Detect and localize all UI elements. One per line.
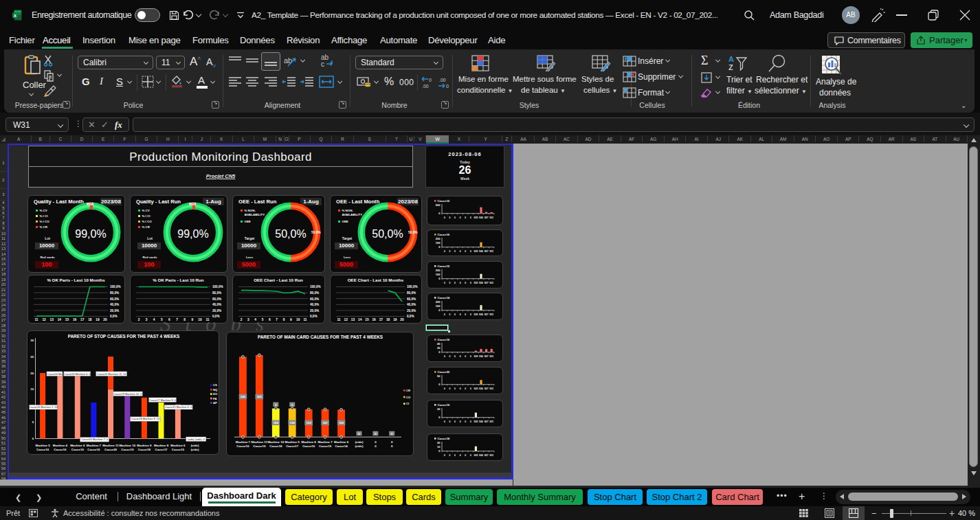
svg-text:80,0%: 80,0% [110, 291, 119, 295]
svg-text:12: 12 [344, 318, 348, 321]
svg-text:OEE Chart - Last 10 Months: OEE Chart - Last 10 Months [348, 278, 404, 282]
svg-text:Cause16: Cause16 [54, 448, 67, 451]
svg-text:S26: S26 [479, 387, 483, 390]
svg-text:Machine 8: Machine 8 [153, 444, 168, 447]
svg-text:6: 6 [168, 318, 170, 321]
svg-text:0: 0 [443, 313, 445, 316]
svg-text:20,0%: 20,0% [110, 309, 119, 313]
svg-text:S31: S31 [489, 355, 493, 358]
svg-text:17: 17 [80, 318, 85, 321]
svg-text:60,0%: 60,0% [310, 297, 319, 301]
svg-text:Cause15: Cause15 [171, 448, 184, 451]
svg-text:40,0%: 40,0% [212, 303, 221, 306]
svg-text:Machine 10: Machine 10 [267, 440, 284, 444]
svg-text:8: 8 [183, 318, 186, 321]
svg-text:S26: S26 [479, 355, 483, 358]
svg-text:7: 7 [176, 318, 178, 321]
svg-text:0: 0 [454, 282, 456, 284]
svg-text:Cause15 Machine 6: 0: Cause15 Machine 6: 0 [165, 405, 192, 409]
svg-text:0: 0 [465, 453, 466, 456]
svg-text:S31: S31 [489, 216, 493, 219]
svg-text:9: 9 [290, 318, 292, 321]
svg-text:0: 0 [469, 216, 471, 219]
svg-text:Cause16: Cause16 [87, 448, 100, 451]
svg-text:0: 0 [469, 453, 471, 456]
svg-text:S25: S25 [474, 387, 478, 390]
svg-text:S31: S31 [489, 387, 493, 390]
svg-text:Z: Z [728, 63, 733, 71]
svg-text:Cause20: Cause20 [104, 448, 117, 451]
svg-text:CR: CR [406, 388, 410, 392]
svg-text:Cause16: Cause16 [302, 444, 315, 448]
svg-text:Cause14: Cause14 [335, 444, 348, 448]
svg-text:S31: S31 [489, 453, 493, 456]
svg-text:20: 20 [103, 318, 107, 321]
svg-text:c: c [321, 60, 324, 68]
svg-text:0: 0 [391, 444, 393, 448]
svg-text:(vide): (vide) [355, 440, 364, 444]
svg-text:80,0%: 80,0% [212, 291, 221, 295]
svg-text:200: 200 [435, 300, 440, 304]
svg-text:0: 0 [449, 453, 450, 456]
svg-text:17: 17 [379, 318, 383, 321]
svg-text:0: 0 [469, 313, 471, 316]
svg-text:Cause16: Cause16 [71, 448, 84, 451]
svg-text:5: 5 [262, 318, 264, 321]
svg-text:.00: .00 [439, 78, 446, 82]
svg-text:18: 18 [88, 318, 92, 321]
svg-text:100: 100 [339, 421, 344, 425]
svg-text:S27: S27 [484, 453, 488, 456]
svg-text:S25: S25 [474, 420, 478, 423]
svg-text:0: 0 [438, 383, 441, 386]
svg-text:60,0%: 60,0% [110, 297, 119, 301]
svg-text:CI: CI [406, 402, 409, 405]
svg-text:0: 0 [465, 216, 466, 219]
svg-text:0: 0 [446, 84, 449, 89]
svg-text:0: 0 [449, 249, 450, 252]
svg-text:(vide): (vide) [355, 444, 364, 448]
svg-text:19: 19 [96, 318, 100, 321]
svg-text:100: 100 [435, 273, 440, 276]
svg-text:0: 0 [443, 249, 445, 252]
svg-text:11: 11 [337, 318, 340, 321]
svg-text:Cause18 Machine 9; 13: Cause18 Machine 9; 13 [131, 417, 159, 420]
svg-text:2: 2 [241, 318, 243, 321]
svg-text:0: 0 [438, 350, 441, 354]
svg-text:0: 0 [465, 387, 466, 390]
svg-text:Machine 9: Machine 9 [285, 440, 300, 444]
svg-text:0: 0 [449, 355, 450, 358]
svg-text:108: 108 [290, 421, 296, 425]
svg-text:13: 13 [351, 318, 355, 321]
svg-text:80,0%: 80,0% [310, 291, 319, 295]
svg-text:0: 0 [438, 245, 441, 249]
svg-text:0: 0 [443, 355, 445, 358]
svg-text:102: 102 [307, 421, 312, 425]
svg-text:0: 0 [459, 355, 460, 358]
svg-text:40: 40 [437, 342, 441, 346]
svg-text:S25: S25 [474, 216, 478, 219]
svg-text:20,0%: 20,0% [212, 309, 221, 313]
svg-text:108: 108 [274, 421, 279, 425]
svg-text:0: 0 [465, 420, 466, 423]
svg-text:0: 0 [459, 282, 460, 284]
svg-text:OEE Chart - Last 10 Run: OEE Chart - Last 10 Run [254, 278, 303, 282]
svg-text:10: 10 [437, 445, 441, 449]
svg-text:0: 0 [454, 313, 456, 316]
svg-text:20: 20 [30, 371, 34, 374]
svg-text:S31: S31 [489, 420, 493, 423]
svg-text:0: 0 [391, 440, 393, 444]
svg-text:Cause10: Cause10 [236, 444, 249, 448]
svg-text:AP: AP [213, 400, 217, 404]
svg-text:60,0%: 60,0% [212, 297, 221, 301]
svg-text:0: 0 [438, 308, 441, 312]
svg-text:0: 0 [375, 444, 377, 448]
svg-text:Cause16 Machine 6: 0: Cause16 Machine 6: 0 [63, 372, 91, 375]
svg-text:A: A [728, 55, 734, 63]
svg-text:25: 25 [30, 354, 34, 358]
svg-text:15: 15 [30, 387, 34, 391]
svg-text:100: 100 [435, 241, 440, 245]
svg-text:Cause16 Machine 7: 0: Cause16 Machine 7: 0 [81, 438, 109, 441]
svg-text:0: 0 [459, 420, 460, 423]
svg-text:S26: S26 [479, 453, 483, 456]
svg-text:0: 0 [459, 249, 460, 252]
